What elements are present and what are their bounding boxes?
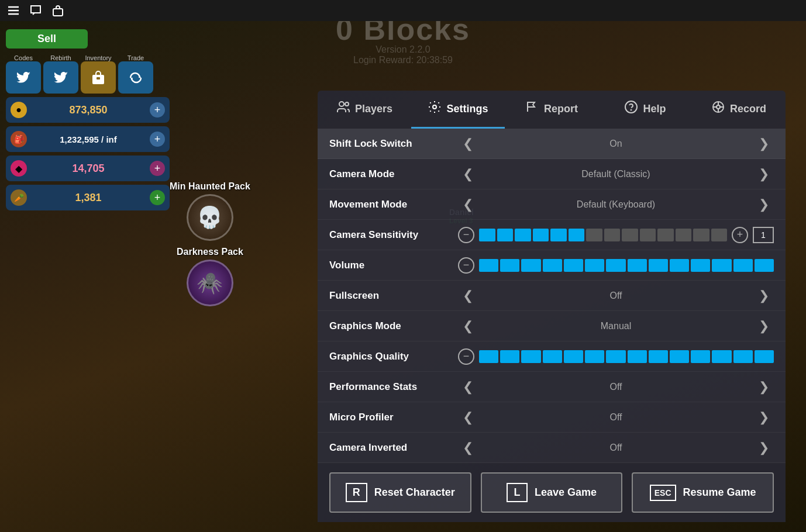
graphics-quality-row: Graphics Quality − bbox=[318, 341, 786, 372]
slider-block-5 bbox=[550, 229, 567, 241]
fullscreen-row: Fullscreen ❮ Off ❯ bbox=[318, 281, 786, 311]
codes-button[interactable] bbox=[6, 61, 41, 94]
camera-inverted-row: Camera Inverted ❮ Off ❯ bbox=[318, 433, 786, 463]
tab-report[interactable]: Report bbox=[505, 91, 598, 129]
slider-block-13 bbox=[693, 229, 709, 241]
graphics-quality-minus[interactable]: − bbox=[458, 348, 474, 365]
fullscreen-prev[interactable]: ❮ bbox=[458, 288, 478, 303]
slider-block-7 bbox=[586, 229, 602, 241]
haunted-pack-icon[interactable]: 💀 bbox=[187, 194, 233, 241]
tab-help[interactable]: Help bbox=[598, 91, 692, 129]
bags-row: 🎒 1,232,595 / inf + bbox=[6, 126, 170, 152]
login-reward-label: Login Reward: 20:38:59 bbox=[336, 55, 470, 65]
rebirth-button[interactable] bbox=[43, 61, 78, 94]
coins-add-button[interactable]: + bbox=[150, 102, 165, 118]
bags-add-button[interactable]: + bbox=[150, 132, 165, 147]
fullscreen-next[interactable]: ❯ bbox=[754, 288, 774, 303]
movement-mode-next[interactable]: ❯ bbox=[754, 197, 774, 212]
camera-inverted-next[interactable]: ❯ bbox=[754, 440, 774, 455]
performance-stats-value: Off bbox=[484, 382, 748, 392]
svg-point-7 bbox=[345, 102, 349, 106]
top-bar bbox=[0, 0, 806, 21]
shift-lock-prev[interactable]: ❮ bbox=[458, 136, 478, 151]
menu-icon[interactable] bbox=[7, 4, 20, 17]
slider-block-11 bbox=[657, 229, 674, 241]
sell-button[interactable]: Sell bbox=[6, 29, 88, 49]
slider-block-8 bbox=[604, 229, 621, 241]
tab-players[interactable]: Players bbox=[318, 91, 411, 129]
settings-panel: Players Settings Report bbox=[318, 91, 786, 522]
performance-stats-next[interactable]: ❯ bbox=[754, 379, 774, 395]
camera-inverted-prev[interactable]: ❮ bbox=[458, 440, 478, 455]
gems-add-button[interactable]: + bbox=[150, 161, 165, 176]
slider-block-4 bbox=[533, 229, 549, 241]
camera-sensitivity-control: − bbox=[458, 227, 774, 243]
bag-resource-icon: 🎒 bbox=[11, 131, 27, 147]
volume-slider: − bbox=[458, 257, 774, 274]
shift-lock-row: Shift Lock Switch ❮ On ❯ bbox=[318, 129, 786, 159]
leave-game-button[interactable]: L Leave Game bbox=[481, 472, 623, 513]
micro-profiler-control: ❮ Off ❯ bbox=[458, 410, 774, 425]
svg-point-11 bbox=[631, 110, 632, 110]
slider-block-2 bbox=[497, 229, 514, 241]
record-tab-icon bbox=[711, 100, 725, 118]
svg-point-6 bbox=[339, 102, 344, 106]
micro-profiler-label: Micro Profiler bbox=[329, 412, 458, 423]
tab-bar: Players Settings Report bbox=[318, 91, 786, 129]
shift-lock-next[interactable]: ❯ bbox=[754, 136, 774, 151]
performance-stats-label: Performance Stats bbox=[329, 381, 458, 393]
trade-button[interactable] bbox=[118, 61, 153, 94]
bag-icon[interactable] bbox=[51, 4, 64, 17]
reset-character-button[interactable]: R Reset Character bbox=[329, 472, 471, 513]
gem-icon: ◆ bbox=[11, 160, 27, 177]
help-tab-label: Help bbox=[643, 103, 666, 115]
fullscreen-control: ❮ Off ❯ bbox=[458, 288, 774, 303]
micro-profiler-value: Off bbox=[484, 412, 748, 423]
tab-record[interactable]: Record bbox=[692, 91, 786, 129]
graphics-mode-prev[interactable]: ❮ bbox=[458, 319, 478, 334]
graphics-quality-label: Graphics Quality bbox=[329, 351, 458, 362]
carrots-add-button[interactable]: + bbox=[150, 190, 165, 205]
graphics-mode-label: Graphics Mode bbox=[329, 320, 458, 332]
codes-label: Codes bbox=[6, 54, 41, 61]
camera-sensitivity-plus[interactable]: + bbox=[732, 227, 748, 243]
slider-block-9 bbox=[622, 229, 638, 241]
micro-profiler-row: Micro Profiler ❮ Off ❯ bbox=[318, 402, 786, 433]
graphics-mode-next[interactable]: ❯ bbox=[754, 319, 774, 334]
resume-key: ESC bbox=[650, 485, 676, 501]
micro-profiler-next[interactable]: ❯ bbox=[754, 410, 774, 425]
settings-tab-label: Settings bbox=[446, 103, 488, 115]
volume-row: Volume − bbox=[318, 250, 786, 281]
report-tab-icon bbox=[525, 100, 539, 118]
pack-area: Min Haunted Pack 💀 Darkness Pack 🕷️ bbox=[170, 181, 250, 312]
coins-value: 873,850 bbox=[29, 104, 147, 116]
performance-stats-prev[interactable]: ❮ bbox=[458, 379, 478, 395]
leave-key: L bbox=[507, 483, 528, 502]
graphics-mode-row: Graphics Mode ❮ Manual ❯ bbox=[318, 311, 786, 341]
haunted-pack-item: Min Haunted Pack 💀 bbox=[170, 181, 250, 241]
reset-label: Reset Character bbox=[374, 486, 455, 499]
graphics-quality-track bbox=[479, 350, 774, 363]
tab-settings[interactable]: Settings bbox=[411, 91, 505, 129]
micro-profiler-prev[interactable]: ❮ bbox=[458, 410, 478, 425]
reset-key: R bbox=[346, 483, 367, 502]
movement-mode-prev[interactable]: ❮ bbox=[458, 197, 478, 212]
slider-block-12 bbox=[676, 229, 692, 241]
coin-icon: ● bbox=[11, 102, 27, 118]
inventory-button[interactable] bbox=[81, 61, 116, 94]
performance-stats-control: ❮ Off ❯ bbox=[458, 379, 774, 395]
resume-game-button[interactable]: ESC Resume Game bbox=[632, 472, 774, 513]
camera-inverted-label: Camera Inverted bbox=[329, 442, 458, 454]
action-buttons bbox=[6, 61, 170, 94]
shift-lock-value: On bbox=[484, 139, 748, 149]
chat-icon[interactable] bbox=[29, 4, 42, 17]
camera-mode-row: Camera Mode ❮ Default (Classic) ❯ bbox=[318, 159, 786, 189]
settings-tab-icon bbox=[428, 100, 442, 118]
camera-sensitivity-minus[interactable]: − bbox=[458, 227, 474, 243]
players-tab-icon bbox=[336, 100, 350, 118]
camera-mode-next[interactable]: ❯ bbox=[754, 167, 774, 182]
darkness-pack-icon[interactable]: 🕷️ bbox=[187, 260, 233, 306]
camera-mode-prev[interactable]: ❮ bbox=[458, 167, 478, 182]
volume-control: − bbox=[458, 257, 774, 274]
volume-minus[interactable]: − bbox=[458, 257, 474, 274]
